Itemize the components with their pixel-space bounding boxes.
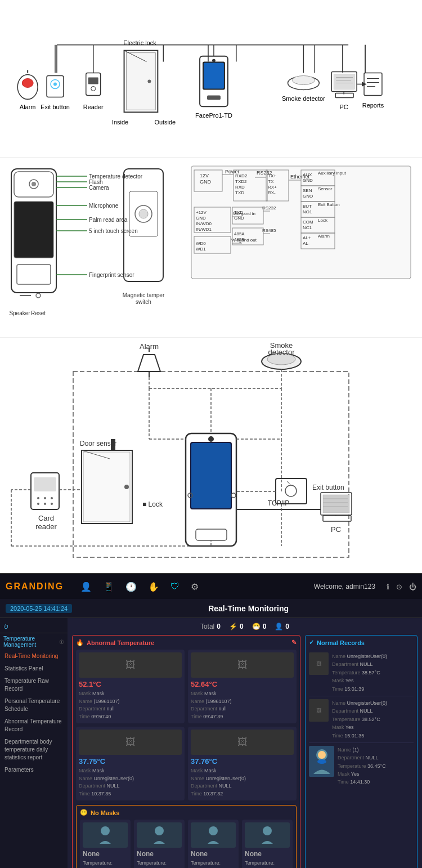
abnormal-cards-grid: 🖼 52.1°C Mask Mask Name (19961107) Depar… xyxy=(76,650,297,800)
svg-text:Auxiliary input: Auxiliary input xyxy=(318,171,347,176)
svg-text:RX-: RX- xyxy=(268,190,276,195)
temp-info-4: Mask Mask Name UnregisterUser(0) Departm… xyxy=(191,767,294,798)
fire-count: 0 xyxy=(240,623,244,630)
svg-point-182 xyxy=(101,826,110,835)
no-mask-img-2 xyxy=(137,822,182,848)
sidebar-item-abnormalrecord[interactable]: Abnormal Temperature Record xyxy=(0,715,68,736)
normal-record-info-2: Name UnregisterUser(0) Department NULL T… xyxy=(332,699,387,740)
svg-point-163 xyxy=(231,493,236,498)
svg-rect-34 xyxy=(335,93,353,97)
nav-shield-icon[interactable]: 🛡 xyxy=(170,581,179,592)
abnormal-edit-icon[interactable]: ✎ xyxy=(291,639,297,646)
speaker-label: Speaker xyxy=(9,310,30,316)
nav-phone-icon[interactable]: 📱 xyxy=(103,581,114,592)
svg-text:TX+: TX+ xyxy=(268,173,276,178)
reset-label: Reset xyxy=(31,310,46,316)
svg-point-185 xyxy=(263,826,272,835)
fingerprint-label: Fingerprint sensor xyxy=(89,272,134,278)
nav-power-icon[interactable]: ⏻ xyxy=(409,583,416,591)
outside-label: Outside xyxy=(154,119,176,126)
nav-info-icon[interactable]: ⊙ xyxy=(396,583,402,591)
svg-rect-176 xyxy=(323,516,351,521)
pc-label: PC xyxy=(340,104,348,110)
nav-fingerprint-icon[interactable]: ✋ xyxy=(148,581,159,592)
svg-text:GND: GND xyxy=(200,179,212,185)
abnormal-card-img-4: 🖼 xyxy=(191,730,294,755)
svg-text:TXD: TXD xyxy=(235,190,244,195)
svg-line-168 xyxy=(287,481,291,485)
temp-info-2: Mask Mask Name (19961107) Department nul… xyxy=(191,690,294,721)
svg-text:TXD: TXD xyxy=(234,210,243,215)
svg-text:RS485: RS485 xyxy=(262,228,276,233)
no-mask-none-3: None xyxy=(191,850,236,858)
sidebar-item-stats[interactable]: Statistics Panel xyxy=(0,663,68,675)
sidebar-item-deptreport[interactable]: Departmental body temperature daily stat… xyxy=(0,736,68,764)
normal-record-1: 🖼 Name UnregisterUser(0) Department NULL… xyxy=(309,650,414,696)
no-mask-img-4 xyxy=(245,822,290,848)
normal-record-info-1: Name UnregisterUser(0) Department NULL T… xyxy=(332,652,387,693)
abnormal-fire-icon: 🔥 xyxy=(76,639,84,646)
svg-rect-40 xyxy=(364,73,382,96)
sub-navbar: 2020-05-25 14:41:24 Real-Time Monitoring xyxy=(0,599,422,618)
svg-rect-16 xyxy=(88,78,98,84)
nav-settings-icon[interactable]: ⚙ xyxy=(191,581,199,592)
normal-check-icon: ✓ xyxy=(309,639,314,646)
svg-text:RS232: RS232 xyxy=(262,205,276,211)
sidebar-clock-icon: ⏱ xyxy=(3,624,9,630)
svg-text:Sensor: Sensor xyxy=(318,186,333,191)
svg-text:NC1: NC1 xyxy=(303,225,312,230)
alarm-label: Alarm xyxy=(20,104,36,110)
svg-rect-27 xyxy=(207,95,221,100)
svg-point-30 xyxy=(292,76,315,85)
normal-record-img-1: 🖼 xyxy=(309,652,329,675)
svg-text:485A: 485A xyxy=(234,231,245,236)
abnormal-panel-header: 🔥 Abnormal Temperature ✎ xyxy=(76,639,297,646)
sidebar-item-params[interactable]: Parameters xyxy=(0,764,68,776)
main-content: ⏱ Temperature Management ① Real-Time Mon… xyxy=(0,618,422,868)
sidebar-item-rawrecord[interactable]: Temperature Raw Record xyxy=(0,675,68,695)
nav-help-icon[interactable]: ℹ xyxy=(387,583,389,591)
brand-logo: GRANDING xyxy=(6,581,64,592)
svg-point-150 xyxy=(44,503,46,505)
nav-icons: 👤 📱 🕐 ✋ 🛡 ⚙ xyxy=(80,581,308,592)
svg-point-147 xyxy=(44,497,46,499)
svg-text:RX+: RX+ xyxy=(268,185,277,190)
normal-record-img-3 xyxy=(309,746,334,777)
no-mask-info-3: Temperature: 37.27°C Name UnregisterUser… xyxy=(191,860,236,868)
svg-text:AL-: AL- xyxy=(303,241,310,246)
nav-right-icons: ℹ ⊙ ⏻ xyxy=(387,583,416,591)
normal-record-info-3: Name (1) Department NULL Temperature 36.… xyxy=(338,746,386,786)
svg-rect-25 xyxy=(204,63,224,89)
page-title: Real-Time Monitoring xyxy=(80,604,416,613)
normal-record-2: 🖼 Name UnregisterUser(0) Department NULL… xyxy=(309,696,414,743)
smoke-detector-label: Smoke detector xyxy=(282,95,325,102)
svg-point-148 xyxy=(51,497,53,499)
magnetic-tamper-label: Magnetic tamper xyxy=(123,292,165,298)
svg-text:GND: GND xyxy=(303,178,313,183)
abnormal-card-2: 🖼 52.64°C Mask Mask Name (19961107) Depa… xyxy=(188,650,297,723)
touch-screen-label: 5 inch touch screen xyxy=(89,228,138,234)
svg-rect-50 xyxy=(14,202,53,258)
face-icon: 😷 xyxy=(252,623,261,630)
abnormal-temp-panel: 🔥 Abnormal Temperature ✎ 🖼 52.1°C Mask M… xyxy=(72,635,300,868)
svg-text:RXD: RXD xyxy=(235,185,245,190)
normal-panel-title: Normal Records xyxy=(317,639,365,646)
svg-text:IN/WD1: IN/WD1 xyxy=(196,227,212,232)
sidebar-item-realtime[interactable]: Real-Time Monitoring xyxy=(0,650,68,663)
sidebar-item-personaltemp[interactable]: Personal Temperature Schedule xyxy=(0,695,68,715)
no-mask-card-1: None Temperature: 38.65°C Name Unregiste… xyxy=(80,820,131,868)
total-count: 0 xyxy=(217,623,221,630)
svg-rect-51 xyxy=(17,265,51,284)
svg-text:detector: detector xyxy=(268,348,295,356)
nav-clock-icon[interactable]: 🕐 xyxy=(125,581,137,592)
no-mask-none-1: None xyxy=(83,850,128,858)
no-mask-img-3 xyxy=(191,822,236,848)
svg-point-64 xyxy=(139,209,148,218)
svg-point-183 xyxy=(155,826,164,835)
nav-person-icon[interactable]: 👤 xyxy=(80,581,92,592)
svg-point-49 xyxy=(32,182,36,186)
svg-point-17 xyxy=(91,86,96,91)
svg-text:TXD2: TXD2 xyxy=(235,179,247,184)
svg-rect-138 xyxy=(111,439,115,450)
svg-rect-15 xyxy=(86,73,101,96)
